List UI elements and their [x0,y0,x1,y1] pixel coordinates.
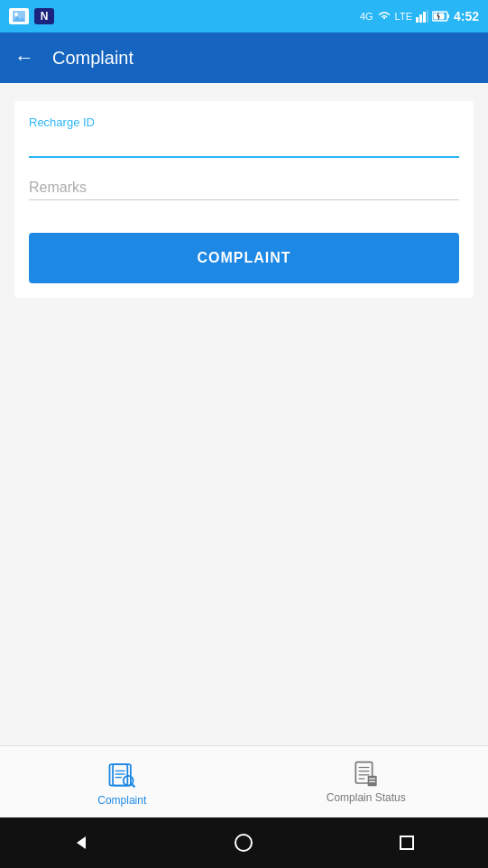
system-home-button[interactable] [230,829,257,856]
main-content: Recharge ID COMPLAINT [0,83,488,745]
svg-marker-25 [77,836,86,849]
nav-status-label: Complain Status [327,791,406,804]
recharge-id-group: Recharge ID [29,115,459,158]
nav-item-complaint[interactable]: Complaint [0,751,244,814]
recharge-id-input[interactable] [29,133,459,158]
remarks-input[interactable] [29,176,459,200]
status-bar-right: 4G LTE 4:52 [360,9,479,23]
svg-point-1 [14,13,18,16]
network-lte: LTE [395,11,412,22]
complaint-nav-icon [106,758,138,790]
app-header: ← Complaint [0,32,488,83]
remarks-group [29,176,459,200]
svg-point-26 [235,835,252,851]
svg-rect-3 [416,17,419,23]
battery-icon [432,10,450,23]
n-app-icon: N [34,8,54,24]
svg-rect-6 [427,10,428,23]
status-bar-left: N [9,8,54,24]
header-title: Complaint [52,48,134,69]
svg-rect-8 [447,14,449,18]
network-4g: 4G [360,11,373,22]
svg-rect-22 [367,775,376,786]
recharge-id-label: Recharge ID [29,115,459,129]
status-bar: N 4G LTE 4:52 [0,0,488,32]
system-recent-button[interactable] [393,829,420,856]
svg-rect-27 [401,836,413,849]
system-nav [0,817,488,868]
complain-status-nav-icon [353,761,380,788]
complaint-button[interactable]: COMPLAINT [29,233,459,283]
bottom-nav: Complaint Complain Status [0,745,488,817]
svg-line-16 [132,783,135,787]
signal-icon [416,10,428,23]
form-section: Recharge ID COMPLAINT [14,101,474,298]
back-button[interactable]: ← [14,46,34,69]
nav-complaint-label: Complaint [97,794,146,807]
wifi-icon [377,10,391,23]
svg-rect-5 [423,12,426,23]
time-display: 4:52 [454,9,479,23]
gallery-icon [9,8,29,24]
svg-rect-4 [419,14,422,23]
nav-item-complain-status[interactable]: Complain Status [244,753,489,811]
system-back-button[interactable] [68,829,95,856]
